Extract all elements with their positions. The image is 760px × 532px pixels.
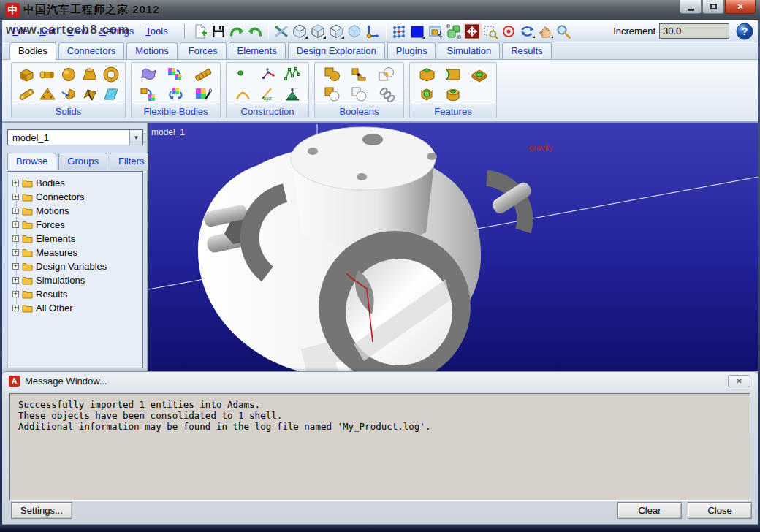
solid-sphere-icon[interactable] — [59, 66, 78, 83]
minimize-button[interactable] — [680, 0, 702, 14]
construction-point-icon[interactable] — [234, 66, 251, 83]
flange-center-hole[interactable] — [362, 134, 383, 145]
fit-view-button[interactable] — [463, 23, 482, 40]
help-button[interactable]: ? — [735, 23, 753, 40]
solid-plane-icon[interactable] — [102, 86, 121, 103]
expand-icon[interactable]: + — [12, 277, 19, 284]
solid-shell-icon[interactable] — [80, 86, 99, 103]
boolean-chain-icon[interactable] — [376, 86, 397, 103]
tab-groups[interactable]: Groups — [58, 153, 107, 170]
boolean-intersect-icon[interactable] — [376, 66, 397, 83]
new-file-button[interactable] — [191, 23, 210, 40]
construction-polyline-icon[interactable] — [284, 66, 301, 83]
increment-input[interactable] — [659, 23, 729, 39]
tree-item-elements[interactable]: +Elements — [12, 232, 142, 246]
3d-scene[interactable] — [148, 123, 758, 371]
menu-edit[interactable]: Edit — [39, 26, 56, 37]
solid-link-icon[interactable] — [17, 86, 36, 103]
solid-box-icon[interactable] — [17, 66, 36, 83]
boolean-split-icon[interactable] — [349, 86, 370, 103]
clear-button[interactable]: Clear — [618, 502, 682, 519]
solid-cylinder-icon[interactable] — [38, 66, 57, 83]
tab-simulation[interactable]: Simulation — [438, 42, 500, 59]
tree-item-results[interactable]: +Results — [12, 287, 142, 301]
construction-existing-geometry-icon[interactable] — [284, 86, 301, 103]
tree-item-motions[interactable]: +Motions — [12, 204, 142, 218]
vertex-grid-button[interactable] — [390, 23, 408, 40]
tab-motions[interactable]: Motions — [126, 42, 178, 59]
expand-icon[interactable]: + — [12, 249, 19, 256]
feature-chamfer-icon[interactable] — [417, 66, 437, 83]
feature-hole-icon[interactable] — [417, 86, 437, 103]
tree-item-measures[interactable]: +Measures — [12, 246, 142, 259]
tab-bodies[interactable]: Bodies — [10, 42, 56, 60]
flange-hole[interactable] — [308, 148, 318, 155]
tab-design-exploration[interactable]: Design Exploration — [288, 42, 385, 59]
record-target-button[interactable] — [500, 23, 518, 40]
tree-item-connectors[interactable]: +Connectors — [12, 190, 142, 204]
expand-icon[interactable]: + — [12, 235, 19, 242]
message-close-button[interactable]: ✕ — [728, 375, 750, 387]
tree-item-forces[interactable]: +Forces — [12, 218, 142, 232]
feature-fillet-icon[interactable] — [443, 66, 463, 83]
construction-marker-icon[interactable] — [259, 66, 276, 83]
3d-viewport[interactable]: model_1 gravity — [148, 123, 758, 371]
zoom-area-button[interactable] — [482, 23, 500, 40]
view-cube-front-button[interactable] — [291, 23, 309, 40]
zoom-magnifier-button[interactable] — [555, 23, 573, 40]
menu-file[interactable]: File — [12, 26, 28, 37]
color-swatch-button[interactable] — [408, 23, 427, 40]
boolean-merge-icon[interactable] — [349, 66, 370, 83]
menu-tools[interactable]: Tools — [145, 26, 167, 37]
rotate-view-button[interactable] — [518, 23, 536, 40]
tab-forces[interactable]: Forces — [180, 42, 227, 59]
expand-icon[interactable]: + — [12, 263, 19, 270]
model-selector[interactable]: model_1 ▼ — [7, 129, 143, 145]
cut-tools-button[interactable] — [273, 23, 291, 40]
expand-icon[interactable]: + — [12, 305, 19, 311]
tree-item-design-variables[interactable]: +Design Variables — [12, 259, 142, 273]
model-flange-face[interactable] — [291, 127, 436, 190]
solid-plate-icon[interactable] — [38, 86, 57, 103]
tab-filters[interactable]: Filters — [110, 153, 153, 170]
tab-plugins[interactable]: Plugins — [387, 42, 436, 59]
rigid-to-flex-icon[interactable] — [166, 66, 186, 83]
boolean-subtract-icon[interactable] — [322, 86, 343, 103]
tab-browse[interactable]: Browse — [7, 153, 56, 170]
message-close-button-bottom[interactable]: Close — [688, 502, 752, 519]
solid-extrusion-icon[interactable] — [59, 86, 78, 103]
chevron-down-icon[interactable]: ▼ — [129, 130, 142, 145]
expand-icon[interactable]: + — [12, 221, 19, 228]
boolean-union-icon[interactable] — [322, 66, 343, 83]
expand-icon[interactable]: + — [12, 208, 19, 214]
maximize-button[interactable] — [702, 0, 724, 14]
flex-edit-icon[interactable] — [193, 86, 213, 103]
redo-button[interactable] — [228, 23, 246, 40]
menu-view[interactable]: View — [67, 26, 88, 37]
flange-hole[interactable] — [427, 153, 437, 160]
origin-axis-button[interactable] — [364, 23, 382, 40]
discrete-beam-icon[interactable] — [193, 66, 213, 83]
feature-hollow-icon[interactable] — [469, 66, 490, 83]
expand-icon[interactable]: + — [12, 180, 19, 186]
view-cube-top-button[interactable] — [327, 23, 346, 40]
tree-item-simulations[interactable]: +Simulations — [12, 273, 142, 287]
tree-item-all-other[interactable]: +All Other — [12, 301, 142, 315]
group-shapes-button[interactable] — [445, 23, 463, 40]
undo-button[interactable] — [246, 23, 265, 40]
feature-boss-icon[interactable] — [443, 86, 463, 103]
tab-results[interactable]: Results — [502, 42, 551, 59]
tree-item-bodies[interactable]: +Bodies — [12, 176, 142, 190]
message-window-titlebar[interactable]: A Message Window... — [2, 372, 758, 390]
tab-elements[interactable]: Elements — [229, 42, 286, 59]
construction-arc-icon[interactable] — [234, 86, 251, 103]
flex-swap-icon[interactable] — [166, 86, 186, 103]
save-button[interactable] — [210, 23, 228, 40]
menu-settings[interactable]: Settings — [99, 26, 134, 37]
close-button[interactable]: ✕ — [725, 0, 756, 14]
view-cube-iso-button[interactable] — [309, 23, 327, 40]
flexible-body-icon[interactable] — [139, 66, 159, 83]
flex-create-icon[interactable] — [139, 86, 159, 103]
pan-hand-button[interactable] — [536, 23, 555, 40]
settings-button[interactable]: Settings... — [11, 502, 72, 519]
